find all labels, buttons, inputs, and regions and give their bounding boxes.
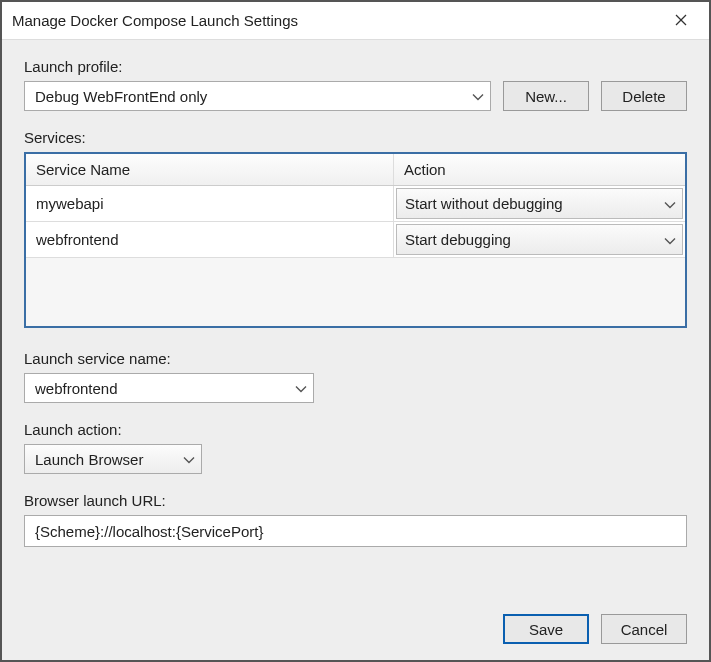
launch-service-name-dropdown[interactable]: webfrontend [24,373,314,403]
cancel-button-label: Cancel [621,621,668,638]
launch-profile-dropdown[interactable]: Debug WebFrontEnd only [24,81,491,111]
titlebar: Manage Docker Compose Launch Settings [2,2,709,40]
cancel-button[interactable]: Cancel [601,614,687,644]
services-table: Service Name Action mywebapi Start witho… [24,152,687,328]
table-row: webfrontend Start debugging [26,222,685,258]
close-button[interactable] [661,2,701,40]
services-label: Services: [24,129,687,146]
service-action-dropdown[interactable]: Start debugging [396,224,683,255]
browser-url-group: Browser launch URL: {Scheme}://localhost… [24,492,687,547]
chevron-down-icon [664,195,676,212]
chevron-down-icon [295,380,307,397]
launch-service-name-group: Launch service name: webfrontend [24,350,687,403]
dialog-footer: Save Cancel [24,598,687,644]
launch-action-label: Launch action: [24,421,687,438]
save-button-label: Save [529,621,563,638]
browser-launch-url-value: {Scheme}://localhost:{ServicePort} [35,523,263,540]
launch-action-group: Launch action: Launch Browser [24,421,687,474]
launch-profile-label: Launch profile: [24,58,687,75]
col-header-action: Action [394,154,685,185]
delete-button-label: Delete [622,88,665,105]
service-action-cell: Start debugging [394,222,685,257]
col-header-service-name: Service Name [26,154,394,185]
close-icon [675,12,687,30]
delete-button[interactable]: Delete [601,81,687,111]
launch-action-dropdown[interactable]: Launch Browser [24,444,202,474]
dialog-content: Launch profile: Debug WebFrontEnd only N… [2,40,709,660]
service-name-cell: mywebapi [26,186,394,221]
profile-row: Debug WebFrontEnd only New... Delete [24,81,687,111]
window-title: Manage Docker Compose Launch Settings [12,12,298,29]
chevron-down-icon [472,88,484,105]
browser-url-label: Browser launch URL: [24,492,687,509]
launch-service-name-label: Launch service name: [24,350,687,367]
service-action-value: Start without debugging [405,195,563,212]
save-button[interactable]: Save [503,614,589,644]
launch-service-name-value: webfrontend [35,380,118,397]
chevron-down-icon [183,451,195,468]
service-name-cell: webfrontend [26,222,394,257]
chevron-down-icon [664,231,676,248]
launch-action-value: Launch Browser [35,451,143,468]
launch-profile-value: Debug WebFrontEnd only [35,88,207,105]
dialog-window: Manage Docker Compose Launch Settings La… [0,0,711,662]
service-action-dropdown[interactable]: Start without debugging [396,188,683,219]
new-button-label: New... [525,88,567,105]
table-row: mywebapi Start without debugging [26,186,685,222]
service-action-cell: Start without debugging [394,186,685,221]
table-header: Service Name Action [26,154,685,186]
new-button[interactable]: New... [503,81,589,111]
service-action-value: Start debugging [405,231,511,248]
browser-launch-url-input[interactable]: {Scheme}://localhost:{ServicePort} [24,515,687,547]
